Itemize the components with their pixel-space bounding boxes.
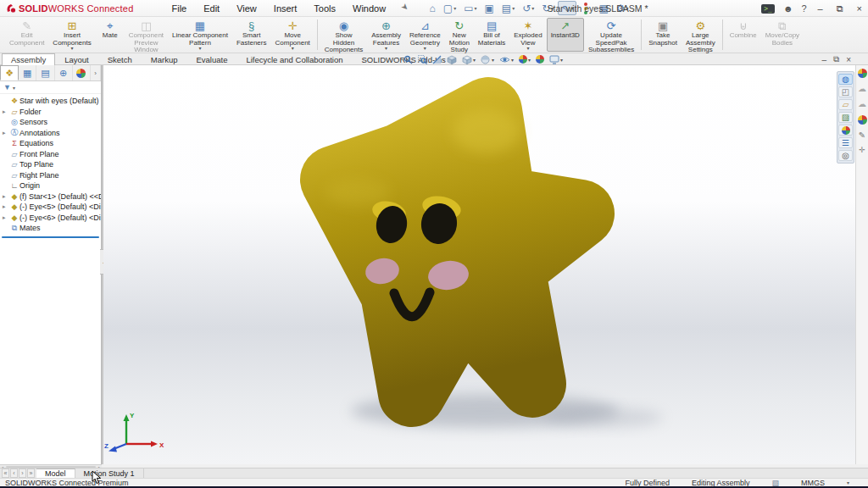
- mate-button[interactable]: ⌖Mate: [96, 18, 125, 52]
- menu-tools[interactable]: Tools: [306, 2, 343, 15]
- pin-menu-icon[interactable]: ➤: [397, 1, 411, 15]
- tab-display-manager[interactable]: [73, 65, 91, 80]
- 3dexperience-globe-button[interactable]: ◍: [838, 74, 853, 85]
- minimize-button[interactable]: –: [815, 3, 826, 14]
- zoom-to-fit-button[interactable]: [403, 55, 413, 64]
- tree-item-eye5-component[interactable]: ▸◆(-) Eye<5> (Default) <Display Stat: [0, 202, 101, 213]
- tree-item-right-plane[interactable]: ▱Right Plane: [0, 170, 101, 181]
- tree-item-annotations[interactable]: ▸ⒶAnnotations: [0, 128, 101, 139]
- design-library-icon[interactable]: [858, 115, 867, 125]
- tab-layout[interactable]: Layout: [55, 53, 98, 65]
- previous-view-button[interactable]: [447, 55, 457, 64]
- 3d-components-button[interactable]: ◰: [838, 86, 853, 97]
- search-button[interactable]: ◎: [838, 150, 853, 161]
- filter-funnel-icon[interactable]: ▼: [3, 83, 11, 92]
- first-tab-button[interactable]: «: [2, 469, 9, 478]
- tab-configuration-manager[interactable]: ▤: [36, 65, 54, 80]
- prev-tab-button[interactable]: ‹: [10, 469, 18, 478]
- instant3d-button[interactable]: ↗Instant3D: [547, 18, 584, 52]
- linear-component-pattern-button[interactable]: ▦Linear Component Pattern▾: [168, 18, 232, 52]
- tab-sketch[interactable]: Sketch: [98, 53, 142, 65]
- solidworks-resources-icon[interactable]: [858, 69, 867, 78]
- tree-item-origin[interactable]: ∟Origin: [0, 180, 101, 191]
- insert-components-button[interactable]: ⊞Insert Components▾: [48, 18, 95, 52]
- tree-item-mates[interactable]: ⧉Mates: [0, 223, 101, 234]
- move-component-button[interactable]: ✛Move Component▾: [270, 18, 314, 52]
- home-button[interactable]: ⌂: [426, 1, 439, 15]
- more-tabs-button[interactable]: ›: [91, 65, 101, 80]
- menu-insert[interactable]: Insert: [266, 2, 305, 15]
- open-button[interactable]: ▭▾: [460, 1, 480, 15]
- tab-assembly[interactable]: Assembly: [2, 53, 55, 65]
- cloud-services-icon[interactable]: ☁: [858, 85, 866, 93]
- menu-view[interactable]: View: [229, 2, 264, 15]
- reference-geometry-button[interactable]: ⊿Reference Geometry▾: [405, 18, 445, 52]
- user-account-icon[interactable]: ☻: [783, 3, 793, 14]
- new-motion-study-button[interactable]: ↻New Motion Study: [445, 18, 474, 52]
- star-body[interactable]: [334, 111, 581, 393]
- tab-evaluate[interactable]: Evaluate: [186, 53, 236, 65]
- tree-item-root[interactable]: ❖Star with eyes (Default) <Display State: [0, 96, 101, 107]
- doc-restore-button[interactable]: ⧉: [833, 54, 839, 64]
- status-units[interactable]: MMGS: [801, 479, 825, 487]
- bill-of-materials-button[interactable]: ▤Bill of Materials: [474, 18, 509, 52]
- component-preview-window-button[interactable]: ◫Component Preview Window: [125, 18, 168, 52]
- file-explorer-button[interactable]: ▱: [838, 99, 853, 110]
- edit-component-button[interactable]: ✎Edit Component: [5, 18, 48, 52]
- custom-properties-icon[interactable]: ✛: [859, 147, 865, 154]
- large-assembly-settings-button[interactable]: ⚙Large Assembly Settings: [682, 18, 720, 52]
- tree-item-star-component[interactable]: ▸◆(f) Star<1> (Default) <<Default>_: [0, 191, 101, 202]
- tree-item-top-plane[interactable]: ▱Top Plane: [0, 159, 101, 170]
- tab-dimxpert-manager[interactable]: ⊕: [55, 65, 73, 80]
- assembly-features-button[interactable]: ⊕Assembly Features▾: [367, 18, 405, 52]
- appearances-button[interactable]: [838, 125, 853, 136]
- cloud-sync-icon[interactable]: ☁: [858, 100, 866, 108]
- print-button[interactable]: ▤▾: [498, 1, 518, 15]
- next-tab-button[interactable]: ›: [19, 469, 26, 478]
- tab-property-manager[interactable]: ▦: [19, 65, 36, 80]
- doc-close-button[interactable]: ×: [846, 55, 851, 64]
- hide-show-items-button[interactable]: ▾: [499, 55, 514, 64]
- tab-motion-study-1[interactable]: Motion Study 1: [75, 469, 144, 478]
- zoom-to-area-button[interactable]: [418, 55, 427, 64]
- image-palette-button[interactable]: ▨: [838, 112, 853, 123]
- rollback-bar[interactable]: [2, 236, 99, 238]
- tree-item-folder[interactable]: ▸▱Folder: [0, 107, 101, 118]
- view-palette-icon[interactable]: ✎: [859, 131, 865, 140]
- tree-item-front-plane[interactable]: ▱Front Plane: [0, 149, 101, 160]
- help-icon[interactable]: ?: [801, 3, 806, 14]
- last-tab-button[interactable]: »: [27, 469, 35, 478]
- view-settings-button[interactable]: ▾: [549, 55, 563, 64]
- tab-feature-tree[interactable]: ❖: [0, 65, 19, 80]
- properties-list-button[interactable]: ☰: [838, 137, 853, 148]
- doc-minimize-button[interactable]: –: [821, 55, 826, 64]
- save-button[interactable]: ▣: [481, 1, 498, 15]
- menu-edit[interactable]: Edit: [196, 2, 227, 15]
- 3dexperience-console-icon[interactable]: >_: [761, 4, 775, 14]
- star-model[interactable]: Y X Z: [103, 65, 855, 464]
- tab-lifecycle-collaboration[interactable]: Lifecycle and Collaboration: [236, 53, 352, 65]
- section-view-button[interactable]: [432, 55, 442, 64]
- update-speedpak-button[interactable]: ⟳Update SpeedPak Subassemblies: [584, 18, 638, 52]
- chevron-down-icon[interactable]: ▾: [847, 480, 849, 485]
- smart-fasteners-button[interactable]: §Smart Fasteners: [232, 18, 271, 52]
- tree-item-eye6-component[interactable]: ▸◆(-) Eye<6> (Default) <Display Stat: [0, 213, 101, 224]
- menu-window[interactable]: Window: [345, 2, 393, 15]
- show-hidden-components-button[interactable]: ◉Show Hidden Components: [320, 18, 367, 52]
- move-copy-bodies-button[interactable]: ⧉Move/Copy Bodies: [761, 18, 804, 52]
- tab-markup[interactable]: Markup: [142, 53, 187, 65]
- display-style-button[interactable]: ▾: [481, 55, 494, 64]
- restore-window-button[interactable]: ⧉: [834, 3, 846, 14]
- combine-button[interactable]: ⊎Combine: [726, 18, 761, 52]
- tree-item-sensors[interactable]: ◎Sensors: [0, 117, 101, 128]
- menu-file[interactable]: File: [164, 2, 194, 15]
- view-orientation-button[interactable]: ▾: [462, 55, 476, 64]
- tree-item-equations[interactable]: ΣEquations: [0, 138, 101, 149]
- apply-scene-button[interactable]: [536, 55, 544, 64]
- new-document-button[interactable]: ▢▾: [440, 1, 459, 15]
- graphics-viewport[interactable]: Y X Z: [103, 65, 855, 464]
- exploded-view-button[interactable]: ✶Exploded View▾: [509, 18, 546, 52]
- close-button[interactable]: ×: [854, 3, 865, 14]
- take-snapshot-button[interactable]: ▣Take Snapshot: [644, 18, 682, 52]
- tab-model[interactable]: Model: [36, 469, 75, 478]
